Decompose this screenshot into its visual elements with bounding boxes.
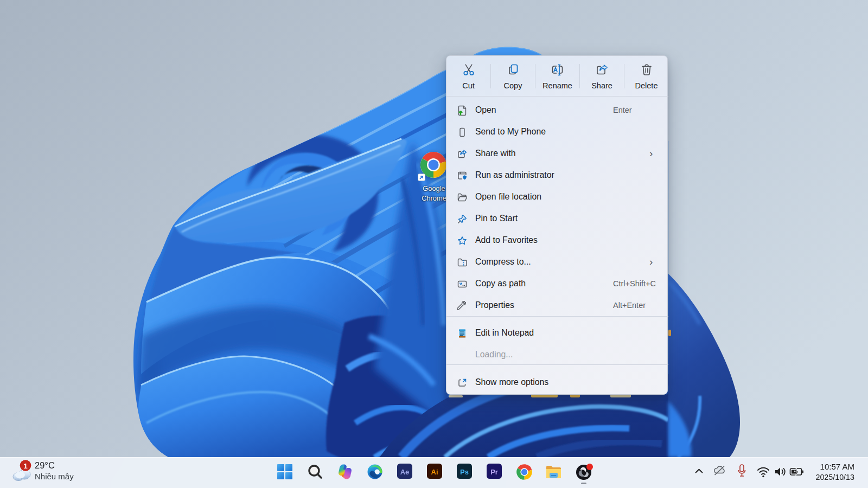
svg-text:Ae: Ae bbox=[400, 468, 410, 476]
svg-text:1: 1 bbox=[23, 462, 28, 470]
svg-text:Ai: Ai bbox=[431, 468, 438, 476]
svg-text:Pr: Pr bbox=[490, 468, 498, 476]
svg-text:Ps: Ps bbox=[460, 468, 469, 476]
